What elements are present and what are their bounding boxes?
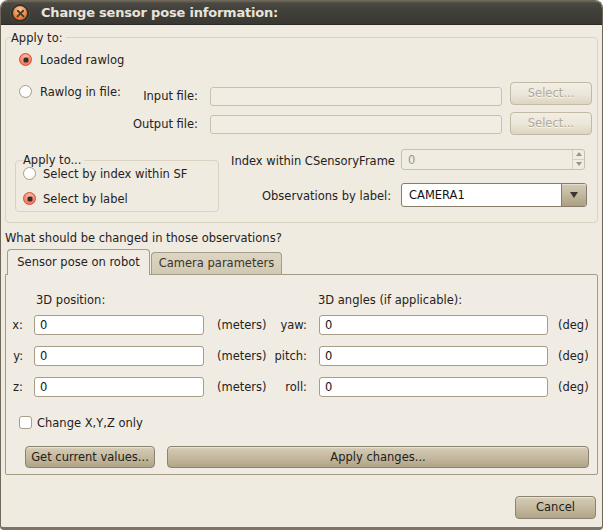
roll-input[interactable] [319,377,548,397]
angles-header: 3D angles (if applicable): [318,293,462,307]
question-label: What should be changed in those observat… [5,231,282,245]
pitch-input[interactable] [319,346,548,366]
y-label: y: [3,349,23,363]
apply-mode-frame-label: Apply to... [23,153,84,167]
observations-combobox-value: CAMERA1 [409,188,465,202]
cancel-button[interactable]: Cancel [515,496,596,519]
input-file-field[interactable] [210,87,502,106]
titlebar[interactable]: Change sensor pose information: [1,1,602,25]
roll-unit-label: (deg) [558,380,589,394]
roll-label: roll: [261,380,307,394]
y-input-text[interactable] [35,347,203,365]
radio-select-by-label-label[interactable]: Select by label [43,192,128,206]
radio-select-by-index-label[interactable]: Select by index within SF [43,167,187,181]
position-header: 3D position: [36,293,105,307]
get-current-values-button[interactable]: Get current values... [25,446,155,468]
radio-rawlog-in-file[interactable] [19,85,32,98]
apply-changes-button[interactable]: Apply changes... [167,446,589,468]
radio-loaded-rawlog[interactable] [19,53,32,66]
x-unit-label: (meters) [217,318,267,332]
tab-camera-parameters-label: Camera parameters [159,256,275,270]
z-unit-label: (meters) [217,380,267,394]
select-input-file-button[interactable]: Select... [510,82,592,105]
pitch-label: pitch: [261,349,307,363]
z-input-text[interactable] [35,378,203,396]
input-file-label: Input file: [121,89,198,103]
radio-select-by-index[interactable] [23,167,36,180]
x-input[interactable] [34,315,204,335]
get-current-values-button-label: Get current values... [26,447,154,467]
change-xyz-only-checkbox[interactable] [19,416,32,429]
radio-rawlog-in-file-label[interactable]: Rawlog in file: [40,85,121,99]
tab-sensor-pose-label: Sensor pose on robot [17,255,139,269]
select-output-file-button-label: Select... [511,113,591,134]
yaw-unit-label: (deg) [558,318,589,332]
index-spinner[interactable]: 0 [401,149,585,170]
z-input[interactable] [34,377,204,397]
roll-input-text[interactable] [320,378,547,396]
change-xyz-only-label[interactable]: Change X,Y,Z only [37,416,143,430]
apply-to-frame-label: Apply to: [11,31,66,45]
close-icon [16,9,25,18]
spinner-buttons [572,150,584,169]
spinner-up-button[interactable] [573,150,584,160]
arrow-down-icon [576,162,582,166]
y-input[interactable] [34,346,204,366]
radio-dot-icon [27,196,32,201]
yaw-input-text[interactable] [320,316,547,334]
spinner-down-button[interactable] [573,160,584,170]
observations-by-label-label: Observations by label: [262,189,391,203]
tab-camera-parameters[interactable]: Camera parameters [151,252,282,274]
yaw-label: yaw: [261,318,307,332]
arrow-up-icon [576,152,582,156]
close-button[interactable] [11,4,29,22]
pitch-input-text[interactable] [320,347,547,365]
output-file-text[interactable] [211,116,501,133]
dialog-window: Change sensor pose information: Apply to… [0,0,603,530]
apply-changes-button-label: Apply changes... [168,447,588,467]
x-label: x: [3,318,23,332]
index-within-label: Index within CSensoryFrame [231,154,395,168]
index-spinner-value: 0 [408,153,415,167]
x-input-text[interactable] [35,316,203,334]
radio-loaded-rawlog-label[interactable]: Loaded rawlog [40,53,124,67]
observations-combobox[interactable]: CAMERA1 [401,183,587,207]
radio-select-by-label[interactable] [23,192,36,205]
output-file-label: Output file: [121,117,198,131]
y-unit-label: (meters) [217,349,267,363]
tab-sensor-pose[interactable]: Sensor pose on robot [7,249,150,275]
cancel-button-label: Cancel [516,497,595,518]
input-file-text[interactable] [211,88,501,105]
pitch-unit-label: (deg) [558,349,589,363]
output-file-field[interactable] [210,115,502,134]
window-title: Change sensor pose information: [41,5,278,20]
select-input-file-button-label: Select... [511,83,591,104]
yaw-input[interactable] [319,315,548,335]
dropdown-arrow-icon [570,192,578,198]
radio-dot-icon [23,57,28,62]
select-output-file-button[interactable]: Select... [510,112,592,135]
combobox-dropdown-button[interactable] [561,184,586,206]
z-label: z: [3,380,23,394]
